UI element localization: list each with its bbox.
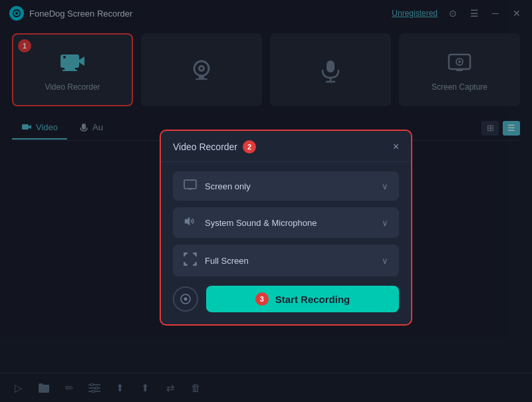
modal-footer: 3 Start Recording	[161, 279, 411, 312]
screen-only-dropdown[interactable]: Screen only ∨	[173, 171, 399, 201]
modal-body: Screen only ∨ System Sound & Microphone …	[161, 162, 411, 279]
screen-only-label: Screen only	[205, 181, 251, 191]
full-screen-row-left: Full Screen	[184, 252, 249, 268]
modal-overlay: Video Recorder 2 × Screen only ∨	[0, 0, 532, 402]
full-screen-chevron: ∨	[382, 256, 388, 266]
start-recording-btn[interactable]: 3 Start Recording	[206, 286, 399, 312]
modal-title-container: Video Recorder 2	[173, 140, 256, 153]
sound-mic-row-left: System Sound & Microphone	[184, 215, 317, 230]
modal-header: Video Recorder 2 ×	[161, 131, 411, 162]
modal-close-btn[interactable]: ×	[393, 141, 399, 153]
screen-only-row-left: Screen only	[184, 179, 251, 193]
sound-mic-label: System Sound & Microphone	[205, 218, 317, 228]
sound-mic-icon	[184, 215, 197, 230]
settings-circle-btn[interactable]	[173, 286, 198, 312]
sound-mic-dropdown[interactable]: System Sound & Microphone ∨	[173, 207, 399, 238]
full-screen-icon	[184, 252, 197, 268]
start-recording-badge: 3	[255, 292, 269, 306]
full-screen-dropdown[interactable]: Full Screen ∨	[173, 245, 399, 276]
start-recording-label: Start Recording	[275, 294, 350, 305]
svg-point-32	[184, 298, 188, 301]
full-screen-label: Full Screen	[205, 256, 249, 266]
svg-rect-28	[184, 180, 196, 189]
modal-title-text: Video Recorder	[173, 142, 237, 152]
video-recorder-modal: Video Recorder 2 × Screen only ∨	[160, 130, 412, 326]
modal-badge-2: 2	[243, 140, 256, 153]
screen-only-icon	[184, 179, 197, 193]
screen-only-chevron: ∨	[382, 181, 388, 191]
sound-mic-chevron: ∨	[382, 218, 388, 228]
